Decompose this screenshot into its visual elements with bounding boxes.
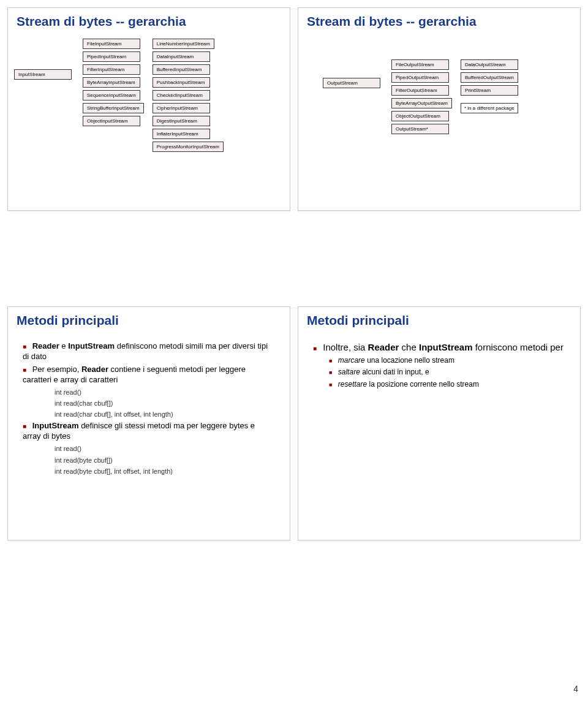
text-bold: InputStream bbox=[68, 341, 115, 351]
class-box: DataInputStream bbox=[153, 51, 210, 62]
class-box: InputStream bbox=[14, 69, 72, 80]
code-line: int read(char cbuf[]) bbox=[55, 399, 275, 407]
slide-title: Stream di bytes -- gerarchia bbox=[17, 14, 290, 29]
slide-main-methods-2: Metodi principali Inoltre, sia Reader ch… bbox=[298, 306, 581, 540]
code-line: int read(char cbuf[], int offset, int le… bbox=[55, 410, 275, 419]
class-box: StringBufferInputStream bbox=[83, 103, 144, 113]
text: Per esempio, bbox=[32, 365, 81, 374]
text-bold: Reader bbox=[368, 342, 399, 352]
class-box: BufferedInputStream bbox=[153, 64, 210, 75]
class-box: LineNumberInputStream bbox=[153, 39, 214, 49]
hierarchy-diagram: OutputStream FileOutputStream PipedOutpu… bbox=[298, 34, 580, 139]
bullet-item: InputStream definisce gli stessi metodi … bbox=[23, 421, 275, 442]
footnote: * in a different package bbox=[461, 103, 518, 113]
code-line: int read() bbox=[55, 388, 275, 396]
text-bold: Reader bbox=[32, 341, 59, 351]
slide-title: Stream di bytes -- gerarchia bbox=[307, 14, 580, 29]
slide-body: Reader e InputStream definiscono metodi … bbox=[8, 333, 290, 484]
code-line: int read(byte cbuf[]) bbox=[55, 456, 275, 464]
text: forniscono metodi per bbox=[473, 342, 564, 352]
bullet-item: Per esempio, Reader contiene i seguenti … bbox=[23, 365, 275, 385]
text: Inoltre, sia bbox=[323, 342, 368, 352]
class-box: FilterOutputStream bbox=[391, 85, 449, 96]
class-box: ObjectOutputStream bbox=[391, 111, 449, 121]
hierarchy-col2: FileOutputStream PipedOutputStream Filte… bbox=[391, 58, 452, 135]
hierarchy-col3: DataOutputStream BufferedOutputStream Pr… bbox=[461, 58, 518, 113]
bullet-item: Inoltre, sia Reader che InputStream forn… bbox=[313, 341, 565, 354]
text-bold: Reader bbox=[81, 365, 108, 374]
class-box: PipedInputStream bbox=[83, 51, 140, 62]
class-box: FileOutputStream bbox=[391, 59, 449, 70]
class-box: DataOutputStream bbox=[461, 59, 518, 70]
code-line: int read(byte cbuf[], int offset, int le… bbox=[55, 467, 275, 476]
class-box: OutputStream bbox=[323, 78, 380, 88]
class-box: BufferedOutputStream bbox=[461, 72, 518, 83]
slide-output-stream-hierarchy: Stream di bytes -- gerarchia OutputStrea… bbox=[298, 7, 581, 211]
hierarchy-diagram: InputStream FileInputStream PipedInputSt… bbox=[8, 34, 290, 157]
sub-bullet: resettare la posizione corrente nello st… bbox=[329, 380, 565, 390]
text-bold: InputStream bbox=[32, 421, 79, 430]
code-line: int read() bbox=[55, 444, 275, 453]
bullet-item: Reader e InputStream definiscono metodi … bbox=[23, 341, 275, 362]
class-box: DigestInputStream bbox=[153, 116, 210, 126]
class-box: PushbackInputStream bbox=[153, 77, 210, 88]
text-italic: marcare bbox=[338, 356, 365, 365]
page-number: 4 bbox=[573, 684, 578, 694]
text-italic: saltare bbox=[338, 368, 360, 376]
text-italic: resettare bbox=[338, 380, 367, 388]
text: una locazione nello stream bbox=[365, 356, 454, 365]
class-box: CheckedInputStream bbox=[153, 90, 210, 100]
text-bold: InputStream bbox=[419, 342, 473, 352]
text: la posizione corrente nello stream bbox=[367, 380, 479, 388]
class-box: ByteArrayInputStream bbox=[83, 77, 140, 88]
slide-title: Metodi principali bbox=[307, 313, 580, 328]
text: alcuni dati in input, e bbox=[360, 368, 429, 376]
text: e bbox=[59, 341, 68, 351]
class-box: CipherInputStream bbox=[153, 103, 210, 113]
class-box: ByteArrayOutputStream bbox=[391, 98, 452, 108]
hierarchy-col2: FileInputStream PipedInputStream FilterI… bbox=[83, 37, 144, 127]
class-box: SequenceInputStream bbox=[83, 90, 140, 100]
slide-input-stream-hierarchy: Stream di bytes -- gerarchia InputStream… bbox=[7, 7, 290, 211]
class-box: ObjectInputStream bbox=[83, 116, 140, 126]
class-box: FileInputStream bbox=[83, 39, 140, 49]
sub-bullet: marcare una locazione nello stream bbox=[329, 356, 565, 366]
class-box: OutputStream* bbox=[391, 124, 449, 134]
class-box: InflaterInputStream bbox=[153, 129, 210, 139]
sub-bullet: saltare alcuni dati in input, e bbox=[329, 368, 565, 377]
class-box: FilterInputStream bbox=[83, 64, 140, 75]
class-box: PrintStream bbox=[461, 85, 518, 96]
class-box: PipedOutputStream bbox=[391, 72, 449, 83]
hierarchy-col3: LineNumberInputStream DataInputStream Bu… bbox=[153, 37, 224, 153]
class-box: ProgressMonitorInputStream bbox=[153, 142, 224, 152]
slide-main-methods: Metodi principali Reader e InputStream d… bbox=[7, 306, 290, 540]
text: che bbox=[399, 342, 419, 352]
slide-body: Inoltre, sia Reader che InputStream forn… bbox=[298, 333, 580, 398]
slide-title: Metodi principali bbox=[17, 313, 290, 328]
